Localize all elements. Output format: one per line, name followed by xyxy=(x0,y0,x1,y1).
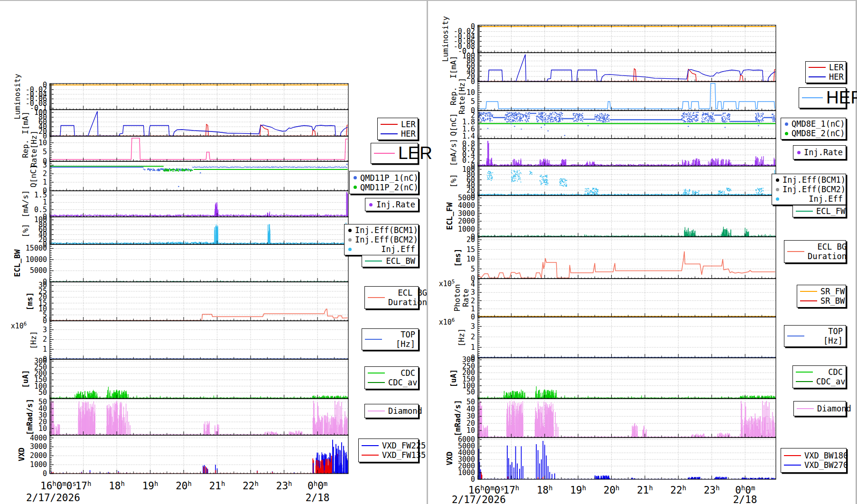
svg-text:4000: 4000 xyxy=(30,434,47,442)
svg-text:1: 1 xyxy=(43,178,47,187)
svg-text:1000: 1000 xyxy=(30,460,47,469)
left-subplot-diamond: 1020304050[mRad/s] xyxy=(25,398,348,435)
svg-text:[%]: [%] xyxy=(449,174,458,188)
svg-text:Rep.: Rep. xyxy=(21,140,30,158)
svg-text:ECL_FW: ECL_FW xyxy=(445,202,454,230)
left-subplot-toprate: 0123[Hz]x106 xyxy=(11,321,348,364)
svg-text:2: 2 xyxy=(43,169,47,178)
svg-text:1: 1 xyxy=(471,305,475,313)
svg-text:[mA/s]: [mA/s] xyxy=(449,139,458,166)
right-subplot-eclbg: 05101520[ms] xyxy=(453,235,776,283)
svg-text:[mA/s]: [mA/s] xyxy=(21,190,30,218)
right-xtick-18h: 18h xyxy=(537,484,553,496)
svg-text:10: 10 xyxy=(466,88,475,97)
svg-text:1000: 1000 xyxy=(458,225,475,233)
svg-text:ECL_BW: ECL_BW xyxy=(13,249,22,277)
svg-text:10: 10 xyxy=(466,255,475,263)
right-subplot-reprate: 0510Rep.Rate[Hz] xyxy=(449,78,776,115)
svg-text:[ms]: [ms] xyxy=(25,292,34,311)
svg-text:300: 300 xyxy=(462,355,475,364)
right-subplot-eclfw: 010002000300040005000ECL_FW xyxy=(445,194,776,241)
left-date-1: 2/18 xyxy=(306,492,330,504)
right-date-0: 2/17/2026 xyxy=(452,494,506,504)
left-subplot-injrate: 00.511.5[mA/s] xyxy=(21,190,348,221)
right-xtick-23h: 23h xyxy=(704,484,720,496)
svg-text:[uA]: [uA] xyxy=(21,370,30,388)
svg-text:2000: 2000 xyxy=(458,217,475,225)
beam-monitor-dashboard: 0-0.02-0.04-0.06-0.08-0.1Luminosity02040… xyxy=(0,0,857,504)
svg-text:3000: 3000 xyxy=(458,209,475,218)
charts-canvas: 0-0.02-0.04-0.06-0.08-0.1Luminosity02040… xyxy=(0,0,857,504)
svg-text:2: 2 xyxy=(471,333,475,341)
svg-text:20: 20 xyxy=(466,235,475,244)
svg-text:2: 2 xyxy=(471,297,475,305)
svg-text:[uA]: [uA] xyxy=(449,369,458,388)
right-xtick-21h: 21h xyxy=(637,484,653,496)
svg-text:[mRad/s]: [mRad/s] xyxy=(453,400,462,436)
svg-text:2: 2 xyxy=(471,111,475,120)
svg-text:50: 50 xyxy=(38,398,47,406)
left-subplot-vxd: 01000200030004000VXD xyxy=(17,434,348,478)
svg-text:1: 1 xyxy=(43,345,47,354)
svg-text:0: 0 xyxy=(471,313,475,321)
svg-text:x106: x106 xyxy=(439,317,455,327)
svg-text:5: 5 xyxy=(471,265,475,273)
svg-text:100: 100 xyxy=(462,165,475,174)
left-subplot-eclbw: 050001000015000ECL_BW xyxy=(13,244,348,286)
svg-text:1: 1 xyxy=(471,343,475,352)
svg-text:30: 30 xyxy=(38,281,47,289)
left-xtick-20h: 20h xyxy=(176,480,192,492)
svg-text:Rate: Rate xyxy=(461,289,470,307)
svg-text:5000: 5000 xyxy=(30,266,47,275)
svg-text:[ms]: [ms] xyxy=(453,249,462,267)
svg-text:2000: 2000 xyxy=(30,451,47,460)
left-xtick-22h: 22h xyxy=(242,480,259,492)
left-xtick-23h: 23h xyxy=(276,480,292,492)
svg-text:3: 3 xyxy=(43,161,47,169)
svg-text:10000: 10000 xyxy=(26,255,47,264)
svg-text:3000: 3000 xyxy=(30,442,47,451)
svg-text:5000: 5000 xyxy=(458,194,475,202)
right-subplot-current: 020406080100I[mA] xyxy=(449,52,776,86)
svg-text:VXD: VXD xyxy=(17,448,26,461)
svg-text:3: 3 xyxy=(43,326,47,334)
svg-text:[Hz]: [Hz] xyxy=(29,331,38,349)
left-subplot-cdc: 50100150200250300[uA] xyxy=(21,357,348,399)
right-subplot-vxd: 0100020003000400050006000VXD xyxy=(445,435,776,484)
svg-text:1.5: 1.5 xyxy=(34,191,47,199)
svg-text:Luminosity: Luminosity xyxy=(13,74,22,120)
svg-text:4000: 4000 xyxy=(458,201,475,210)
svg-text:VXD: VXD xyxy=(445,452,454,466)
svg-text:3: 3 xyxy=(471,288,475,297)
svg-text:x105: x105 xyxy=(439,279,455,288)
svg-text:5: 5 xyxy=(471,97,475,106)
svg-text:[%]: [%] xyxy=(21,224,30,238)
svg-text:[mRad/s]: [mRad/s] xyxy=(25,399,34,435)
left-xtick-16h0m0s: 16h0m0s xyxy=(40,480,76,492)
left-subplot-current: 020406080100I[mA] xyxy=(21,108,348,140)
svg-text:Photon: Photon xyxy=(453,284,462,312)
left-xtick-17h: 17h xyxy=(75,480,92,492)
right-subplot-photon: 01234PhotonRatex105 xyxy=(439,279,776,321)
svg-text:2: 2 xyxy=(43,335,47,344)
left-xtick-18h: 18h xyxy=(109,480,125,492)
left-xtick-0h0m: 0h0m xyxy=(307,480,327,492)
svg-text:100: 100 xyxy=(462,52,475,60)
svg-text:I[mA]: I[mA] xyxy=(449,56,458,78)
svg-text:x106: x106 xyxy=(11,321,27,330)
left-xtick-19h: 19h xyxy=(142,480,158,492)
right-subplot-cdc: 50100150200250300[uA] xyxy=(449,355,776,399)
svg-text:0.8: 0.8 xyxy=(462,140,475,148)
svg-text:Rate[Hz]: Rate[Hz] xyxy=(457,78,466,114)
svg-text:6000: 6000 xyxy=(458,435,475,444)
svg-text:Rep.: Rep. xyxy=(449,87,458,105)
left-subplot-injeff: 020406080100[%] xyxy=(21,215,348,249)
svg-text:3: 3 xyxy=(471,322,475,331)
left-panel: 0-0.02-0.04-0.06-0.08-0.1Luminosity02040… xyxy=(11,74,348,504)
svg-text:10: 10 xyxy=(38,139,47,147)
right-subplot-luminosity: 0-0.02-0.04-0.06-0.08-0.1Luminosity xyxy=(441,16,776,62)
right-subplot-injrate: 00.20.40.60.8[mA/s] xyxy=(449,139,776,170)
svg-text:4: 4 xyxy=(471,280,475,289)
svg-text:Luminosity: Luminosity xyxy=(441,16,450,62)
left-subplot-charge: 0123Q[nC] xyxy=(29,161,348,195)
